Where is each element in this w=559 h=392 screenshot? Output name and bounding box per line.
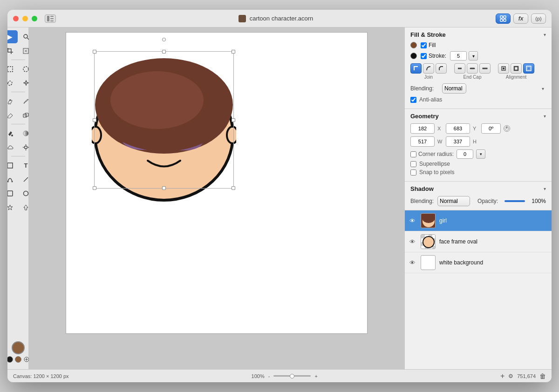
align-center-button[interactable]: [511, 63, 522, 74]
rectangle-shape-button[interactable]: [7, 159, 18, 172]
superellipse-row: Superellipse: [410, 161, 546, 167]
svg-point-33: [24, 191, 28, 196]
fill-stroke-header: Fill & Stroke ▾: [410, 31, 546, 38]
crop-tool-button[interactable]: [7, 44, 18, 57]
svg-rect-52: [527, 67, 530, 70]
window-title: cartoon character.acorn: [250, 15, 314, 22]
svg-rect-4: [500, 16, 503, 18]
layer-item-face-frame[interactable]: 👁 face frame oval: [405, 231, 552, 252]
shadow-collapse[interactable]: ▾: [544, 186, 546, 191]
foreground-color[interactable]: [12, 341, 25, 354]
cloud-shape-button[interactable]: [7, 141, 18, 154]
select-tool-button[interactable]: ▶: [7, 30, 18, 43]
endcap-square-button[interactable]: [479, 63, 491, 74]
width-input[interactable]: [410, 136, 435, 147]
svg-rect-53: [526, 66, 531, 71]
geometry-title: Geometry: [410, 113, 439, 120]
zoom-thumb: [290, 374, 294, 378]
join-bevel-button[interactable]: [436, 63, 447, 74]
layer-visibility-eye-bg[interactable]: 👁: [409, 259, 417, 266]
paint-bucket-button[interactable]: [7, 127, 18, 140]
layer-visibility-eye-face[interactable]: 👁: [409, 238, 417, 245]
close-button[interactable]: [13, 16, 19, 21]
shadow-header: Shadow ▾: [410, 185, 546, 192]
x-label: X: [437, 126, 443, 131]
endcap-round-button[interactable]: [467, 63, 478, 74]
pen-tool-button[interactable]: [7, 95, 18, 108]
canvas-area[interactable]: [29, 27, 404, 369]
fill-color-swatch[interactable]: [410, 42, 417, 48]
maximize-button[interactable]: [32, 16, 37, 21]
stroke-checkbox[interactable]: [421, 53, 427, 59]
svg-line-31: [24, 177, 28, 182]
join-miter-button[interactable]: [410, 63, 422, 74]
layer-item-white-bg[interactable]: 👁 white background: [405, 252, 552, 273]
angle-input[interactable]: [481, 123, 501, 134]
superellipse-checkbox[interactable]: [410, 161, 416, 167]
brown-swatch[interactable]: [15, 356, 21, 363]
fill-label: Fill: [429, 42, 436, 48]
opacity-slider[interactable]: [504, 200, 525, 202]
align-inside-button[interactable]: [498, 63, 509, 74]
stroke-width-input[interactable]: [450, 51, 467, 61]
eraser-button[interactable]: [7, 108, 18, 122]
tools-panel-button[interactable]: [496, 14, 511, 24]
rotation-handle[interactable]: [162, 38, 166, 41]
sidebar-toggle-button[interactable]: [45, 14, 56, 23]
document-icon: [239, 15, 246, 22]
align-outside-button[interactable]: [523, 63, 534, 74]
antialias-label: Anti-alias: [419, 96, 442, 103]
minimize-button[interactable]: [22, 16, 28, 21]
rect-select-button[interactable]: [7, 62, 18, 75]
blending-select-wrapper: Normal Multiply Screen Overlay: [442, 83, 546, 94]
rect-outline-button[interactable]: [7, 187, 18, 200]
fill-stroke-collapse[interactable]: ▾: [544, 32, 546, 37]
y-input[interactable]: [446, 123, 470, 134]
layer-name-bg: white background: [439, 259, 547, 266]
fx-panel-button[interactable]: fx: [513, 14, 528, 24]
endcap-butt-button[interactable]: [454, 63, 465, 74]
height-input[interactable]: [446, 136, 470, 147]
x-input[interactable]: [410, 123, 435, 134]
stroke-dropdown-button[interactable]: ▾: [469, 51, 478, 61]
titlebar-toolbar: fx (p): [496, 14, 546, 24]
stroke-color-swatch[interactable]: [410, 53, 417, 59]
join-label: Join: [424, 74, 433, 80]
layer-thumbnail-face: [421, 234, 436, 249]
corner-radius-input[interactable]: [457, 149, 473, 159]
layer-item-girl[interactable]: 👁 girl: [405, 210, 552, 231]
layer-visibility-eye-girl[interactable]: 👁: [409, 217, 417, 224]
svg-point-8: [24, 34, 27, 38]
fill-stroke-title: Fill & Stroke: [410, 31, 446, 38]
geometry-collapse[interactable]: ▾: [544, 114, 546, 119]
svg-point-43: [227, 127, 236, 143]
snap-checkbox[interactable]: [410, 169, 416, 176]
svg-point-30: [12, 181, 13, 182]
bezier-tool-button[interactable]: [7, 173, 18, 186]
add-layer-button[interactable]: +: [500, 372, 504, 380]
fill-checkbox[interactable]: [421, 42, 427, 48]
settings-button[interactable]: ⚙: [508, 373, 513, 379]
status-right: + ⚙ 751,674 🗑: [500, 372, 546, 380]
join-round-button[interactable]: [423, 63, 434, 74]
antialias-checkbox[interactable]: [410, 97, 416, 103]
corner-radius-dropdown[interactable]: ▾: [476, 149, 485, 159]
corner-radius-checkbox[interactable]: [410, 151, 416, 157]
shadow-blend-select[interactable]: Normal: [437, 196, 470, 206]
star-tool-button[interactable]: [7, 201, 18, 214]
p-panel-button[interactable]: (p): [531, 14, 546, 24]
snap-row: Snap to pixels: [410, 169, 546, 176]
titlebar: cartoon character.acorn fx (p): [7, 10, 552, 27]
opacity-label: Opacity:: [477, 198, 498, 204]
zoom-slider[interactable]: [273, 375, 311, 377]
svg-rect-5: [504, 16, 506, 18]
stroke-label: Stroke:: [429, 53, 446, 59]
layer-name-girl: girl: [439, 217, 547, 224]
blending-select[interactable]: Normal Multiply Screen Overlay: [442, 83, 466, 94]
zoom-out-icon[interactable]: -: [268, 373, 270, 379]
delete-layer-button[interactable]: 🗑: [539, 372, 546, 380]
lasso-button[interactable]: [7, 76, 18, 89]
zoom-in-icon[interactable]: +: [314, 373, 317, 379]
angle-indicator[interactable]: [504, 125, 510, 132]
black-swatch[interactable]: [7, 356, 13, 363]
